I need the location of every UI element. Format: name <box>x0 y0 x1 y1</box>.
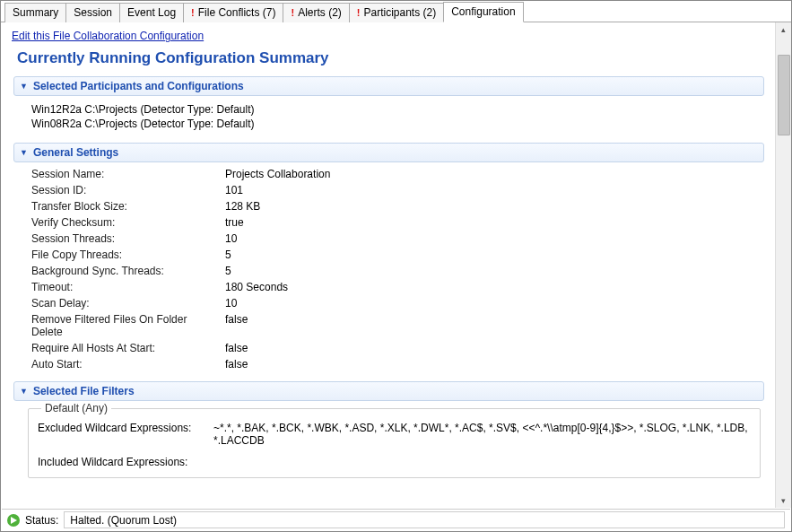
status-value: Halted. (Quorum Lost) <box>64 511 785 528</box>
setting-value: 5 <box>225 265 761 277</box>
scroll-down-arrow[interactable]: ▾ <box>777 493 791 508</box>
setting-value: 10 <box>225 232 761 245</box>
setting-key: Verify Checksum: <box>31 216 220 229</box>
setting-value: 101 <box>225 184 761 196</box>
setting-key: Scan Delay: <box>31 297 220 310</box>
participant-row: Win08R2a C:\Projects (Detector Type: Def… <box>31 118 761 130</box>
filter-group: Default (Any) Excluded Wildcard Expressi… <box>28 408 761 478</box>
setting-key: Transfer Block Size: <box>31 200 220 213</box>
setting-key: Session Threads: <box>31 232 220 245</box>
setting-value: 5 <box>225 249 761 261</box>
setting-value: 10 <box>225 297 761 310</box>
content-area: Edit this File Collaboration Configurati… <box>1 22 775 508</box>
section-header-participants[interactable]: ▼ Selected Participants and Configuratio… <box>13 76 764 96</box>
setting-key: Auto Start: <box>31 358 220 371</box>
scroll-track[interactable] <box>776 37 791 493</box>
tab-file-conflicts[interactable]: !File Conflicts (7) <box>183 3 283 22</box>
tab-session[interactable]: Session <box>65 3 120 22</box>
section-file-filters: ▼ Selected File Filters Default (Any) Ex… <box>13 381 764 480</box>
edit-config-link[interactable]: Edit this File Collaboration Configurati… <box>12 30 204 42</box>
alert-icon: ! <box>291 6 294 19</box>
tab-alerts[interactable]: !Alerts (2) <box>283 3 349 22</box>
setting-key: Remove Filtered Files On Folder Delete <box>31 313 220 338</box>
scroll-up-arrow[interactable]: ▴ <box>777 22 791 37</box>
alert-icon: ! <box>357 6 361 19</box>
section-header-filters[interactable]: ▼ Selected File Filters <box>13 381 764 401</box>
setting-key: Session ID: <box>31 184 220 196</box>
chevron-down-icon: ▼ <box>20 387 28 396</box>
setting-value: 128 KB <box>225 200 761 213</box>
tab-configuration[interactable]: Configuration <box>443 2 523 22</box>
vertical-scrollbar[interactable]: ▴ ▾ <box>775 22 791 508</box>
chevron-down-icon: ▼ <box>20 148 28 157</box>
setting-key: Session Name: <box>31 168 220 180</box>
section-header-general[interactable]: ▼ General Settings <box>13 143 764 162</box>
section-title: Selected File Filters <box>33 385 135 397</box>
setting-value: false <box>225 313 761 338</box>
participant-row: Win12R2a C:\Projects (Detector Type: Def… <box>31 103 761 116</box>
setting-value: true <box>225 216 761 229</box>
setting-value: false <box>225 342 761 354</box>
included-value <box>213 456 751 468</box>
alert-icon: ! <box>191 6 195 19</box>
setting-key: File Copy Threads: <box>31 249 220 261</box>
tab-event-log[interactable]: Event Log <box>119 3 184 22</box>
setting-key: Require All Hosts At Start: <box>31 342 220 354</box>
general-settings-table: Session Name:Projects Collaboration Sess… <box>31 168 761 371</box>
status-bar: Status: Halted. (Quorum Lost) <box>2 509 790 530</box>
tab-participants[interactable]: !Participants (2) <box>349 3 444 22</box>
section-title: Selected Participants and Configurations <box>33 80 244 92</box>
section-title: General Settings <box>33 146 118 159</box>
setting-value: false <box>225 358 761 371</box>
setting-value: 180 Seconds <box>225 281 761 293</box>
setting-key: Timeout: <box>31 281 220 293</box>
setting-value: Projects Collaboration <box>225 168 761 180</box>
section-general: ▼ General Settings Session Name:Projects… <box>13 143 764 372</box>
chevron-down-icon: ▼ <box>20 82 28 91</box>
setting-key: Background Sync. Threads: <box>31 265 220 277</box>
excluded-label: Excluded Wildcard Expressions: <box>38 422 208 447</box>
play-icon <box>7 514 20 527</box>
section-participants: ▼ Selected Participants and Configuratio… <box>13 76 764 134</box>
page-title: Currently Running Configuration Summary <box>17 49 766 67</box>
filter-legend: Default (Any) <box>41 402 111 414</box>
included-label: Included Wildcard Expressions: <box>38 456 208 468</box>
excluded-value: ~*.*, *.BAK, *.BCK, *.WBK, *.ASD, *.XLK,… <box>213 422 751 447</box>
tab-bar: Summary Session Event Log !File Conflict… <box>1 1 791 22</box>
svg-marker-0 <box>11 517 17 524</box>
scroll-thumb[interactable] <box>778 55 790 135</box>
status-label: Status: <box>25 514 58 527</box>
tab-summary[interactable]: Summary <box>4 3 66 22</box>
